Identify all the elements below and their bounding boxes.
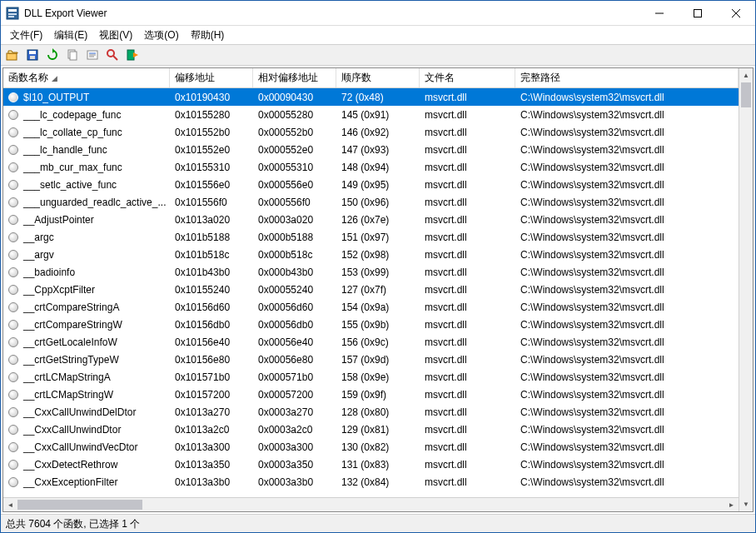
- cell-name: ___unguarded_readlc_active_...: [23, 197, 166, 208]
- cell-addr: 0x1013a020: [170, 212, 253, 227]
- function-icon: [8, 425, 18, 435]
- function-icon: [8, 162, 18, 172]
- table-row[interactable]: __crtLCMapStringA0x101571b00x000571b0158…: [3, 368, 739, 386]
- close-button[interactable]: [717, 1, 755, 25]
- cell-rva: 0x0003a020: [253, 212, 336, 227]
- maximize-button[interactable]: [679, 1, 717, 25]
- col-header-file[interactable]: 文件名: [420, 68, 515, 87]
- main-window: DLL Export Viewer 文件(F) 编辑(E) 视图(V) 选项(O…: [0, 0, 756, 533]
- scroll-up-icon[interactable]: ▲: [739, 68, 753, 82]
- table-row[interactable]: __crtGetLocaleInfoW0x10156e400x00056e401…: [3, 333, 739, 351]
- cell-ord: 156 (0x9c): [336, 335, 420, 350]
- minimize-button[interactable]: [640, 1, 679, 25]
- cell-rva: 0x000552e0: [253, 142, 336, 157]
- cell-ord: 155 (0x9b): [336, 317, 420, 332]
- table-row[interactable]: __crtCompareStringW0x10156db00x00056db01…: [3, 316, 739, 333]
- cell-addr: 0x1013a350: [170, 457, 253, 472]
- menu-options[interactable]: 选项(O): [138, 27, 184, 44]
- function-icon: [8, 145, 18, 155]
- table-row[interactable]: __AdjustPointer0x1013a0200x0003a020126 (…: [3, 211, 739, 228]
- cell-path: C:\Windows\system32\msvcrt.dll: [515, 300, 739, 315]
- menubar: 文件(F) 编辑(E) 视图(V) 选项(O) 帮助(H): [1, 26, 755, 44]
- horizontal-scrollbar[interactable]: ◄ ►: [3, 497, 739, 511]
- cell-name: __CppXcptFilter: [23, 284, 95, 296]
- tool-refresh-icon[interactable]: [44, 47, 61, 63]
- cell-file: msvcrt.dll: [420, 160, 515, 175]
- table-row[interactable]: ___mb_cur_max_func0x101553100x0005531014…: [3, 158, 739, 176]
- table-row[interactable]: __CxxCallUnwindDtor0x1013a2c00x0003a2c01…: [3, 421, 739, 438]
- cell-rva: 0x000b5188: [253, 230, 336, 245]
- cell-ord: 131 (0x83): [336, 457, 420, 472]
- cell-path: C:\Windows\system32\msvcrt.dll: [515, 265, 739, 280]
- table-row[interactable]: ___lc_handle_func0x101552e00x000552e0147…: [3, 141, 739, 158]
- cell-name: ___lc_codepage_func: [23, 109, 121, 121]
- scroll-down-icon[interactable]: ▼: [739, 497, 753, 511]
- function-icon: [8, 215, 18, 225]
- table-row[interactable]: __crtGetStringTypeW0x10156e800x00056e801…: [3, 351, 739, 368]
- table-row[interactable]: __CxxCallUnwindVecDtor0x1013a3000x0003a3…: [3, 438, 739, 456]
- function-icon: [8, 197, 18, 207]
- col-header-addr[interactable]: 偏移地址: [170, 68, 253, 87]
- cell-ord: 127 (0x7f): [336, 282, 420, 297]
- tool-exit-icon[interactable]: [124, 47, 141, 63]
- cell-name: __CxxExceptionFilter: [23, 476, 117, 488]
- tool-properties-icon[interactable]: [84, 47, 101, 63]
- cell-file: msvcrt.dll: [420, 142, 515, 157]
- table-row[interactable]: ___lc_collate_cp_func0x101552b00x000552b…: [3, 123, 739, 141]
- col-header-ord[interactable]: 顺序数: [336, 68, 420, 87]
- cell-rva: 0x000b518c: [253, 247, 336, 262]
- function-icon: [8, 267, 18, 277]
- cell-addr: 0x101552e0: [170, 142, 253, 157]
- cell-ord: 146 (0x92): [336, 125, 420, 140]
- svg-rect-1: [8, 9, 17, 12]
- tool-save-icon[interactable]: [24, 47, 41, 63]
- col-header-path[interactable]: 完整路径: [515, 68, 739, 87]
- table-row[interactable]: __CxxExceptionFilter0x1013a3b00x0003a3b0…: [3, 473, 739, 491]
- cell-file: msvcrt.dll: [420, 265, 515, 280]
- cell-rva: 0x00056e80: [253, 352, 336, 367]
- svg-rect-11: [29, 51, 36, 54]
- table-row[interactable]: ___lc_codepage_func0x101552800x000552801…: [3, 106, 739, 123]
- table-row[interactable]: $I10_OUTPUT0x101904300x0009043072 (0x48)…: [3, 88, 739, 106]
- table-row[interactable]: __CxxCallUnwindDelDtor0x1013a2700x0003a2…: [3, 403, 739, 421]
- tool-find-icon[interactable]: [104, 47, 121, 63]
- table-row[interactable]: __CppXcptFilter0x101552400x00055240127 (…: [3, 281, 739, 298]
- status-text: 总共 7604 个函数, 已选择 1 个: [6, 518, 140, 530]
- menu-file[interactable]: 文件(F): [4, 27, 48, 44]
- cell-path: C:\Windows\system32\msvcrt.dll: [515, 142, 739, 157]
- table-row[interactable]: __crtCompareStringA0x10156d600x00056d601…: [3, 298, 739, 316]
- menu-help[interactable]: 帮助(H): [185, 27, 231, 44]
- vertical-scrollbar[interactable]: ▲ ▼: [739, 68, 753, 511]
- scroll-right-icon[interactable]: ►: [724, 498, 739, 511]
- cell-file: msvcrt.dll: [420, 212, 515, 227]
- svg-marker-23: [133, 52, 138, 57]
- cell-addr: 0x10156db0: [170, 317, 253, 332]
- table-row[interactable]: __argc0x101b51880x000b5188151 (0x97)msvc…: [3, 228, 739, 246]
- cell-rva: 0x00055240: [253, 282, 336, 297]
- content-area: 函数名称◢ 偏移地址 相对偏移地址 顺序数 文件名 完整路径 $I10_OUTP…: [2, 67, 754, 512]
- tool-copy-icon[interactable]: [64, 47, 81, 63]
- grid-body[interactable]: $I10_OUTPUT0x101904300x0009043072 (0x48)…: [3, 88, 739, 497]
- table-row[interactable]: __argv0x101b518c0x000b518c152 (0x98)msvc…: [3, 246, 739, 263]
- table-row[interactable]: __CxxDetectRethrow0x1013a3500x0003a35013…: [3, 456, 739, 473]
- cell-path: C:\Windows\system32\msvcrt.dll: [515, 282, 739, 297]
- table-row[interactable]: ___setlc_active_func0x101556e00x000556e0…: [3, 176, 739, 193]
- menu-edit[interactable]: 编辑(E): [48, 27, 93, 44]
- col-header-rva[interactable]: 相对偏移地址: [253, 68, 336, 87]
- function-icon: [8, 372, 18, 382]
- cell-name: __crtCompareStringW: [23, 319, 122, 331]
- col-header-name[interactable]: 函数名称◢: [3, 68, 170, 87]
- tool-open-icon[interactable]: [4, 47, 21, 63]
- cell-addr: 0x10156e80: [170, 352, 253, 367]
- table-row[interactable]: __crtLCMapStringW0x101572000x00057200159…: [3, 386, 739, 403]
- vscroll-thumb[interactable]: [741, 82, 751, 107]
- table-row[interactable]: ___unguarded_readlc_active_...0x101556f0…: [3, 193, 739, 211]
- table-row[interactable]: __badioinfo0x101b43b00x000b43b0153 (0x99…: [3, 263, 739, 281]
- cell-name: __crtCompareStringA: [23, 301, 119, 313]
- cell-addr: 0x10155280: [170, 107, 253, 122]
- menu-view[interactable]: 视图(V): [93, 27, 138, 44]
- scroll-left-icon[interactable]: ◄: [3, 498, 17, 511]
- hscroll-thumb[interactable]: [17, 500, 142, 510]
- cell-ord: 132 (0x84): [336, 475, 420, 490]
- function-icon: [8, 250, 18, 260]
